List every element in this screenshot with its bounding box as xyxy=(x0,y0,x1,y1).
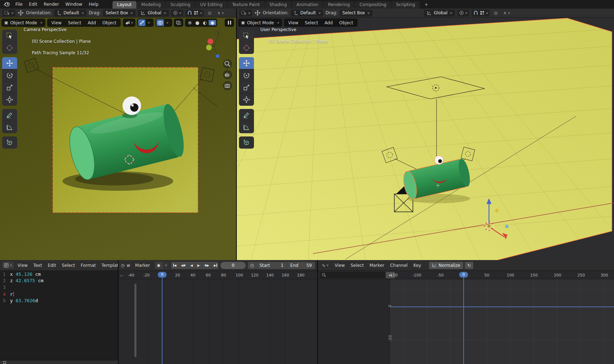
viewport-menu-item[interactable]: Object xyxy=(336,20,356,26)
text-editor-menu-item[interactable]: Select xyxy=(59,262,78,269)
scrollbar-arrows[interactable]: ‹› xyxy=(120,273,123,278)
graph-editor[interactable]: ∿ ∨ ViewSelectMarkerChannelKey Normalize… xyxy=(317,260,614,364)
graph-canvas[interactable] xyxy=(390,279,614,364)
topbar-menu-item[interactable]: Window xyxy=(62,1,85,8)
active-tool-dropdown[interactable]: ∨ xyxy=(3,10,15,16)
cursor-tool[interactable] xyxy=(239,42,254,54)
playhead-line[interactable] xyxy=(162,276,163,364)
overlays-dropdown[interactable]: ∨ xyxy=(164,19,171,26)
text-editor-menu-item[interactable]: Text xyxy=(30,262,45,269)
playhead-badge[interactable]: 0 xyxy=(158,272,167,278)
drag-dropdown[interactable]: Select Box ∨ xyxy=(103,10,136,16)
text-line[interactable]: 3 xyxy=(0,284,118,291)
prev-keyframe-button[interactable]: ◀◆ xyxy=(179,262,188,269)
measure-tool[interactable] xyxy=(239,121,254,133)
shading-wireframe-button[interactable]: ⊕ xyxy=(186,20,194,25)
text-line[interactable]: 4r xyxy=(0,291,118,298)
viewport-menu-item[interactable]: View xyxy=(48,20,65,26)
start-frame-field[interactable]: Start1 xyxy=(256,262,287,269)
viewport-camera[interactable]: Z ▣ Object Mode ∨ xyxy=(0,18,236,260)
playhead-badge[interactable]: 0 xyxy=(459,272,468,278)
zoom-button[interactable] xyxy=(223,59,232,69)
editor-type-dropdown[interactable]: ◷ xyxy=(121,262,124,269)
annotate-tool[interactable] xyxy=(2,109,17,121)
transform-space-dropdown[interactable]: Global ∨ xyxy=(424,10,455,16)
auto-key-dropdown[interactable]: ∨ xyxy=(163,262,169,269)
graph-menu-item[interactable]: Channel xyxy=(387,262,410,269)
snap-group[interactable]: ∨ xyxy=(471,10,490,16)
editor-type-dropdown[interactable]: ∨ xyxy=(2,262,14,269)
mode-dropdown[interactable]: ▣ Object Mode ∨ xyxy=(238,19,282,27)
select-box-tool[interactable] xyxy=(239,30,254,42)
viewport-menu-item[interactable]: Add xyxy=(84,20,99,26)
scale-tool[interactable] xyxy=(239,81,254,94)
gizmos-dropdown[interactable]: ∨ xyxy=(145,19,153,26)
axis-x-ball[interactable] xyxy=(208,39,213,44)
view-menu-clipped[interactable]: w xyxy=(126,263,130,268)
proportional-falloff-dropdown[interactable]: ∧ ∨ xyxy=(215,10,226,16)
measure-tool[interactable] xyxy=(2,121,17,133)
current-frame-field[interactable]: 0 xyxy=(220,262,246,269)
normalize-button[interactable]: Normalize xyxy=(429,262,463,269)
proportional-edit-toggle[interactable]: ⊙ xyxy=(206,10,213,16)
add-workspace-button[interactable]: + xyxy=(422,2,430,7)
rotate-tool[interactable] xyxy=(2,69,17,81)
text-editor-menu-item[interactable]: Format xyxy=(78,262,99,269)
select-box-tool[interactable] xyxy=(2,30,17,42)
channel-search-input[interactable] xyxy=(320,272,385,278)
play-button[interactable]: ▶ xyxy=(195,262,203,269)
xray-toggle[interactable] xyxy=(175,19,182,26)
viewport-user[interactable]: ▣ Object Mode ∨ ViewSelectAddObject xyxy=(236,18,614,260)
render-pause-button[interactable] xyxy=(226,19,233,26)
marker-menu[interactable]: Marker xyxy=(132,262,153,269)
end-frame-field[interactable]: End59 xyxy=(287,262,315,269)
orientation-dropdown[interactable]: Default ∨ xyxy=(54,10,87,16)
transform-space-dropdown[interactable]: Global ∨ xyxy=(138,10,169,16)
move-tool[interactable] xyxy=(239,57,254,69)
viewport-menu-item[interactable]: Select xyxy=(301,20,321,26)
drag-dropdown[interactable]: Select Box ∨ xyxy=(340,10,373,16)
gizmos-toggle[interactable] xyxy=(138,19,145,26)
workspace-tab[interactable]: Rendering xyxy=(323,1,354,9)
timeline-editor[interactable]: ◷ w Marker ● ∨ ◀ ◀◆ ◀ ▶ ◆▶ ▶ 0 ◷ Start1 xyxy=(118,260,317,364)
rotate-tool[interactable] xyxy=(239,69,254,81)
transform-tool[interactable] xyxy=(2,94,17,106)
active-tool-dropdown[interactable]: ∨ xyxy=(239,10,252,16)
shading-solid-button[interactable]: ● xyxy=(194,20,201,25)
workspace-tab[interactable]: Sculpting xyxy=(166,1,195,9)
proportional-falloff-dropdown[interactable]: ∧ ∨ xyxy=(501,10,512,16)
workspace-tab[interactable]: UV Editing xyxy=(195,1,227,9)
backdrop-plane[interactable] xyxy=(237,18,612,260)
mode-dropdown[interactable]: ▣ Object Mode ∨ xyxy=(1,19,45,27)
viewport-menu-item[interactable]: Add xyxy=(321,20,336,26)
viewport-menu-item[interactable]: View xyxy=(285,20,301,26)
text-line[interactable]: 5y 63.7626d xyxy=(0,297,118,304)
text-editor-menu-item[interactable]: View xyxy=(15,262,30,269)
workspace-tab[interactable]: Texture Paint xyxy=(228,1,264,9)
axis-negz-ball[interactable] xyxy=(216,54,219,58)
workspace-tab[interactable]: Animation xyxy=(292,1,323,9)
overlays-toggle[interactable] xyxy=(156,19,164,26)
cursor-tool[interactable] xyxy=(2,42,17,54)
axis-y-ball[interactable] xyxy=(206,45,212,50)
workspace-tab[interactable]: Modeling xyxy=(137,1,166,9)
jump-to-start-button[interactable]: ◀ xyxy=(171,262,179,269)
shading-material-button[interactable]: ◐ xyxy=(201,20,209,25)
topbar-menu-item[interactable]: Edit xyxy=(26,1,40,8)
pivot-point-dropdown[interactable]: ∨ xyxy=(171,10,183,16)
scale-tool[interactable] xyxy=(2,81,17,94)
camera-view-button[interactable] xyxy=(223,81,232,90)
workspace-tab[interactable]: Layout xyxy=(113,1,136,9)
timeline-ruler[interactable]: ‹› -40-20020406080100120140160180 0 xyxy=(119,271,317,279)
text-line[interactable]: 2z 42.6575 cm xyxy=(0,278,118,284)
graph-menu-item[interactable]: Marker xyxy=(366,262,387,269)
text-editor-body[interactable]: 1x 45.126 cm 2z 42.6575 cm 3 4r 5y 63.76… xyxy=(0,271,118,360)
next-keyframe-button[interactable]: ◆▶ xyxy=(203,262,212,269)
text-line[interactable]: 1x 45.126 cm xyxy=(0,271,118,278)
annotate-tool[interactable] xyxy=(239,109,254,121)
graph-menu-item[interactable]: View xyxy=(332,262,348,269)
snap-group[interactable]: ∨ xyxy=(185,10,204,16)
proportional-edit-toggle[interactable]: ⊙ xyxy=(492,10,499,16)
graph-menu-item[interactable]: Select xyxy=(348,262,366,269)
topbar-menu-item[interactable]: Render xyxy=(40,1,62,8)
